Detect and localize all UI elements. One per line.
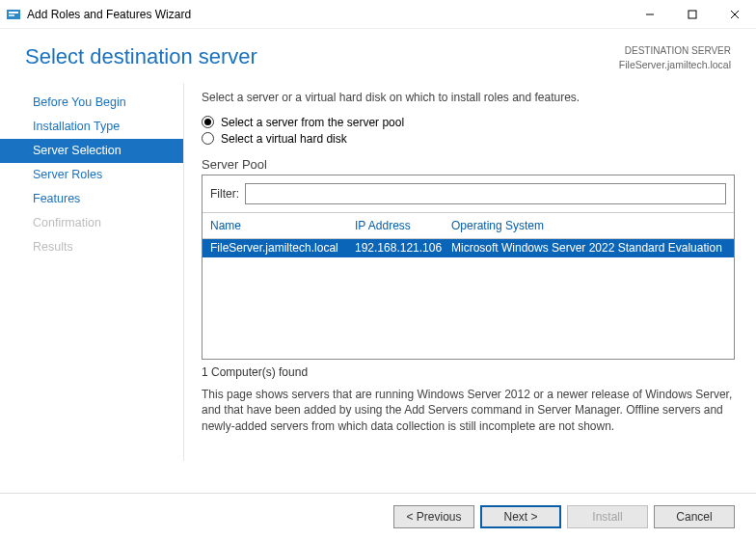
destination-server-info: DESTINATION SERVER FileServer.jamiltech.… — [619, 44, 731, 71]
server-table-header: Name IP Address Operating System — [202, 212, 734, 239]
minimize-button[interactable] — [629, 0, 671, 29]
table-row[interactable]: FileServer.jamiltech.local 192.168.121.1… — [202, 239, 734, 257]
app-icon — [6, 7, 21, 22]
nav-server-roles[interactable]: Server Roles — [0, 163, 183, 187]
filter-input[interactable] — [245, 183, 726, 204]
radio-vhd-label: Select a virtual hard disk — [221, 132, 347, 146]
cell-name: FileServer.jamiltech.local — [210, 241, 355, 255]
radio-selected-icon[interactable] — [202, 116, 214, 128]
server-pool-title: Server Pool — [202, 157, 735, 172]
radio-unselected-icon[interactable] — [202, 132, 214, 145]
wizard-content: Select a server or a virtual hard disk o… — [184, 79, 756, 465]
nav-features[interactable]: Features — [0, 187, 183, 211]
next-button[interactable]: Next > — [480, 505, 561, 528]
wizard-sidebar: Before You Begin Installation Type Serve… — [0, 79, 183, 465]
nav-results: Results — [0, 235, 183, 259]
server-pool-box: Filter: Name IP Address Operating System… — [202, 175, 735, 360]
col-name[interactable]: Name — [210, 219, 355, 232]
cell-os: Microsoft Windows Server 2022 Standard E… — [451, 241, 726, 255]
radio-server-pool-label: Select a server from the server pool — [221, 116, 404, 129]
previous-button[interactable]: < Previous — [393, 505, 474, 528]
nav-installation-type[interactable]: Installation Type — [0, 115, 183, 139]
server-table-body: FileServer.jamiltech.local 192.168.121.1… — [202, 239, 734, 359]
wizard-footer: < Previous Next > Install Cancel — [0, 493, 756, 539]
svg-rect-4 — [688, 11, 696, 18]
install-button: Install — [567, 505, 648, 528]
cell-ip: 192.168.121.106 — [355, 241, 451, 255]
nav-before-you-begin[interactable]: Before You Begin — [0, 91, 183, 115]
radio-server-pool[interactable]: Select a server from the server pool — [202, 116, 735, 129]
computers-found: 1 Computer(s) found — [202, 365, 735, 379]
radio-vhd[interactable]: Select a virtual hard disk — [202, 132, 735, 146]
svg-rect-2 — [9, 14, 14, 16]
maximize-button[interactable] — [671, 0, 714, 29]
intro-text: Select a server or a virtual hard disk o… — [202, 91, 735, 104]
nav-confirmation: Confirmation — [0, 211, 183, 235]
close-button[interactable] — [714, 0, 756, 29]
svg-rect-1 — [9, 12, 18, 13]
page-title: Select destination server — [25, 44, 619, 69]
nav-server-selection[interactable]: Server Selection — [0, 139, 183, 163]
title-bar: Add Roles and Features Wizard — [0, 0, 756, 29]
col-os[interactable]: Operating System — [451, 219, 726, 232]
window-title: Add Roles and Features Wizard — [27, 8, 629, 21]
cancel-button[interactable]: Cancel — [654, 505, 735, 528]
col-ip[interactable]: IP Address — [355, 219, 451, 232]
page-header: Select destination server DESTINATION SE… — [0, 29, 756, 79]
explain-text: This page shows servers that are running… — [202, 387, 735, 435]
destination-value: FileServer.jamiltech.local — [619, 58, 731, 71]
filter-label: Filter: — [210, 187, 239, 201]
destination-label: DESTINATION SERVER — [619, 44, 731, 58]
